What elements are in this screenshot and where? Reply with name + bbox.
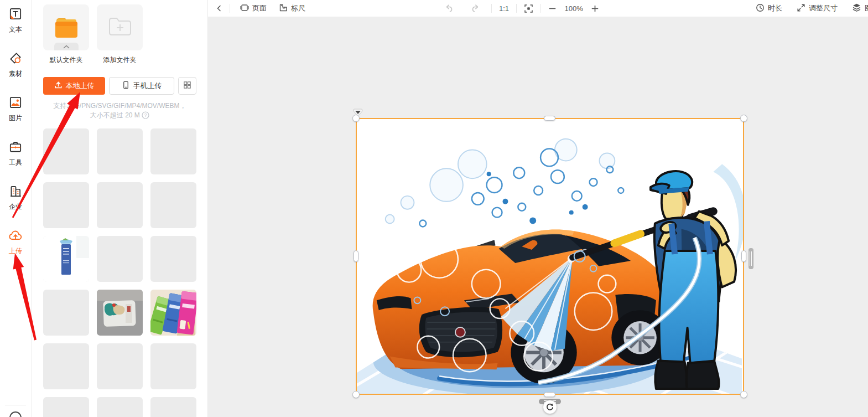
sidebar-item-material[interactable]: 素材 [0,51,31,82]
upload-thumbnail[interactable] [150,397,196,417]
grid-view-button[interactable] [178,77,196,95]
toolbar-separator [540,4,541,13]
help-circle-icon[interactable] [9,411,22,417]
sidebar-item-text[interactable]: 文本 [0,7,31,38]
sidebar-divider [5,405,26,405]
sidebar-item-enterprise[interactable]: 企业 [0,184,31,215]
folder-row [43,4,196,50]
page-icon [240,3,249,14]
sidebar-item-label: 素材 [9,69,22,79]
page-button[interactable]: 页面 [240,3,267,14]
toolbar-center-group: 1:1 100% [445,0,599,17]
upload-thumbnail[interactable] [43,343,89,389]
ruler-label: 标尺 [291,3,305,13]
grid-view-icon [183,81,191,91]
upload-thumbnail[interactable] [43,182,89,228]
help-question-icon[interactable]: ? [142,111,149,122]
enterprise-icon [8,184,23,200]
selection-handle-right[interactable] [741,250,746,262]
car-wash-illustration [357,119,743,394]
add-folder-icon [106,14,134,41]
ruler-button[interactable]: 标尺 [279,3,305,14]
ratio-1-1-button[interactable]: 1:1 [499,4,509,13]
zoom-level[interactable]: 100% [564,4,584,13]
resize-button[interactable]: 调整尺寸 [797,3,838,14]
layers-icon [852,3,861,14]
canvas-workspace[interactable] [208,17,868,417]
tools-icon [8,140,23,156]
resize-label: 调整尺寸 [809,3,838,13]
upload-thumbnail[interactable] [97,182,143,228]
sidebar-item-picture[interactable]: 图片 [0,95,31,126]
left-sidebar: 文本 素材 图片 工具 [0,0,32,417]
sidebar-item-upload[interactable]: 上传 [0,228,31,259]
folder-labels: 默认文件夹 添加文件夹 [43,55,196,65]
default-folder-label: 默认文件夹 [43,55,89,65]
sidebar-item-label: 企业 [9,202,22,212]
zoom-in-button[interactable] [591,4,599,13]
fit-screen-icon[interactable] [524,4,533,13]
selection-handle-left[interactable] [354,250,358,262]
upload-thumbnail-color-packs[interactable] [150,290,196,336]
upload-buttons-row: 本地上传 手机上传 [43,77,196,95]
undo-icon[interactable] [445,4,456,13]
material-icon [8,51,23,68]
layers-label: 图层 [865,3,868,13]
selection-handle-bottom-right[interactable] [740,391,747,398]
sidebar-item-label: 工具 [9,158,22,167]
upload-thumbnail[interactable] [97,128,143,174]
upload-thumbnail-blue-box-product[interactable] [43,236,89,282]
duration-label: 时长 [768,3,782,13]
selection-handle-bottom-left[interactable] [352,391,360,398]
duration-button[interactable]: 时长 [756,3,782,14]
upload-thumbnail[interactable] [97,343,143,389]
toolbar-separator [491,4,492,13]
rotate-icon [545,403,554,411]
sidebar-item-tools[interactable]: 工具 [0,140,31,171]
clock-icon [756,3,765,14]
element-menu-triangle[interactable] [352,109,363,119]
upload-thumbnail[interactable] [150,182,196,228]
phone-upload-button[interactable]: 手机上传 [109,77,174,95]
toolbar-separator [230,4,230,13]
toolbar-left-group: 页面 标尺 [208,3,305,14]
sidebar-item-label: 图片 [9,114,22,123]
text-icon [8,7,23,23]
upload-cloud-icon [8,228,23,245]
selection-handle-top[interactable] [544,116,555,121]
zoom-out-button[interactable] [548,4,557,13]
back-chevron-button[interactable] [215,4,223,12]
upload-panel: 默认文件夹 添加文件夹 本地上传 手机上传 [32,0,208,417]
upload-thumbnail[interactable] [150,128,196,174]
upload-thumbnail[interactable] [43,128,89,174]
selection-handle-top-right[interactable] [740,115,747,122]
upload-thumbnail[interactable] [150,343,196,389]
upload-thumbnail[interactable] [97,236,143,282]
upload-thumbnail[interactable] [43,290,89,336]
upload-thumbnail-pack-photo[interactable] [97,290,143,336]
default-folder-tile[interactable] [43,4,89,50]
selection-handle-bottom[interactable] [544,392,555,397]
sidebar-item-label: 上传 [9,246,22,256]
layers-button[interactable]: 图层 [852,3,868,14]
selected-image-car-wash[interactable] [356,118,744,395]
upload-thumbnail[interactable] [97,397,143,417]
folder-collapse-tab[interactable] [54,43,79,50]
phone-upload-label: 手机上传 [133,81,162,91]
redo-icon[interactable] [469,4,480,13]
add-folder-tile[interactable] [97,4,143,50]
rotate-handle[interactable] [543,400,557,414]
picture-icon [8,95,23,112]
uploads-grid [43,128,196,417]
add-folder-label: 添加文件夹 [97,55,143,65]
sidebar-item-label: 文本 [9,25,22,34]
upload-thumbnail[interactable] [150,236,196,282]
upload-thumbnail[interactable] [43,397,89,417]
canvas-scrollbar[interactable] [749,248,753,269]
upload-tray-icon [54,81,63,91]
page-label: 页面 [252,3,267,13]
svg-text:?: ? [144,112,147,118]
resize-arrows-icon [797,3,805,14]
upload-support-text: 支持JPG/PNG/SVG/GIF/MP4/MOV/WEBM， 大小不超过 20… [43,101,196,122]
local-upload-button[interactable]: 本地上传 [43,77,105,95]
